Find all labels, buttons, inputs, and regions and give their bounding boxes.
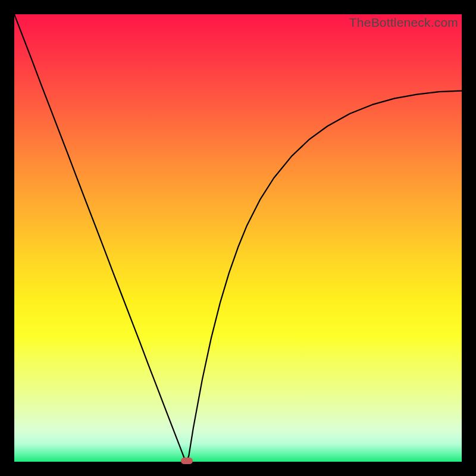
optimum-marker — [181, 458, 193, 464]
chart-frame: TheBottleneck.com — [0, 0, 476, 476]
bottleneck-curve — [14, 14, 462, 462]
plot-area: TheBottleneck.com — [14, 14, 462, 462]
